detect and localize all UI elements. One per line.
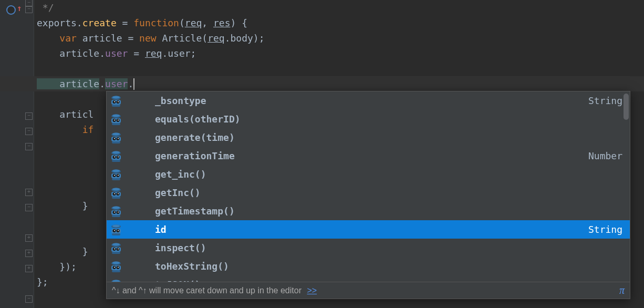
autocomplete-item-type: String — [588, 95, 622, 106]
comment-text: */ — [37, 2, 54, 13]
autocomplete-popup: _bsontypeStringequals(otherID)generate(t… — [106, 91, 630, 299]
autocomplete-item[interactable]: generate(time) — [107, 128, 630, 147]
autocomplete-item-label: get_inc() — [155, 169, 622, 180]
fold-icon[interactable] — [25, 6, 33, 13]
spy-icon — [110, 260, 122, 273]
autocomplete-item-label: generationTime — [155, 150, 588, 161]
autocomplete-item[interactable]: _bsontypeString — [107, 91, 630, 110]
param-token: req — [207, 33, 225, 44]
autocomplete-item[interactable]: toHexString() — [107, 257, 630, 275]
autocomplete-item-label: generate(time) — [155, 132, 622, 143]
autocomplete-item-label: getInc() — [155, 187, 622, 198]
code-token: ) { — [231, 17, 248, 28]
fold-icon[interactable] — [25, 295, 33, 303]
autocomplete-item[interactable]: inspect() — [107, 239, 630, 257]
spy-icon — [110, 150, 122, 162]
autocomplete-item[interactable]: equals(otherID) — [107, 110, 630, 128]
editor-gutter: ↑ — [0, 0, 34, 308]
autocomplete-list[interactable]: _bsontypeStringequals(otherID)generate(t… — [107, 91, 630, 282]
code-token: . — [77, 17, 82, 28]
autocomplete-item-label: _bsontype — [155, 95, 588, 106]
keyword-token: var — [37, 33, 77, 44]
code-token: Article( — [157, 33, 208, 44]
autocomplete-item[interactable]: toJSON() — [107, 275, 630, 282]
autocomplete-item-label: id — [155, 224, 588, 235]
code-token: .user; — [162, 48, 196, 59]
code-token: = — [128, 48, 145, 59]
spy-icon — [110, 223, 122, 236]
param-token: req — [185, 17, 202, 28]
param-token: req — [145, 48, 162, 59]
code-token: , — [202, 17, 213, 28]
keyword-token: if — [37, 124, 94, 135]
override-marker-icon[interactable] — [6, 5, 16, 15]
hint-text: ^↓ and ^↑ will move caret down and up in… — [112, 286, 304, 295]
keyword-token: function — [133, 17, 179, 28]
autocomplete-hint: ^↓ and ^↑ will move caret down and up in… — [107, 282, 630, 299]
code-token: }; — [37, 276, 48, 288]
text-cursor — [133, 78, 134, 90]
spy-icon — [110, 187, 122, 199]
up-arrow-icon[interactable]: ↑ — [17, 3, 22, 13]
autocomplete-item-label: toJSON() — [155, 279, 622, 282]
code-token: } — [37, 200, 88, 211]
code-token: create — [82, 17, 117, 28]
autocomplete-item-label: equals(otherID) — [155, 114, 622, 125]
spy-icon — [110, 168, 122, 181]
fold-expand-icon[interactable] — [25, 265, 33, 272]
spy-icon — [110, 113, 122, 126]
code-token: } — [37, 246, 88, 257]
autocomplete-item-label: inspect() — [155, 242, 622, 253]
code-token: articl — [37, 109, 94, 120]
fold-icon[interactable] — [25, 128, 33, 135]
autocomplete-item[interactable]: getInc() — [107, 183, 630, 202]
param-token: res — [213, 17, 231, 28]
fold-icon[interactable] — [25, 112, 33, 120]
pi-icon[interactable]: π — [619, 284, 625, 296]
fold-expand-icon[interactable] — [25, 189, 33, 196]
code-token: }); — [37, 261, 77, 272]
autocomplete-item-type: Number — [588, 150, 622, 161]
autocomplete-item[interactable]: getTimestamp() — [107, 202, 630, 220]
autocomplete-item-label: getTimestamp() — [155, 206, 622, 217]
hint-link[interactable]: >> — [307, 286, 317, 295]
autocomplete-item-label: toHexString() — [155, 261, 622, 272]
code-token: exports — [37, 17, 77, 28]
code-token: article = — [77, 33, 139, 44]
spy-icon — [110, 95, 122, 107]
spy-icon — [110, 205, 122, 218]
code-token: .body); — [225, 33, 265, 44]
code-token: article — [37, 78, 99, 89]
property-token: user — [105, 48, 128, 59]
code-token: = — [117, 17, 134, 28]
spy-icon — [110, 279, 122, 282]
code-token: ( — [179, 17, 185, 28]
code-token: . — [128, 78, 133, 89]
fold-expand-icon[interactable] — [25, 234, 33, 242]
fold-icon[interactable] — [25, 143, 33, 150]
spy-icon — [110, 242, 122, 254]
autocomplete-item[interactable]: generationTimeNumber — [107, 147, 630, 165]
autocomplete-item[interactable]: idString — [107, 220, 630, 239]
fold-icon[interactable] — [25, 204, 33, 211]
scrollbar[interactable] — [624, 94, 629, 120]
code-token: article. — [37, 48, 105, 59]
keyword-token: new — [139, 33, 157, 44]
autocomplete-item-type: String — [588, 224, 622, 235]
spy-icon — [110, 131, 122, 144]
code-token: . — [99, 78, 105, 89]
autocomplete-item[interactable]: get_inc() — [107, 165, 630, 183]
property-token: user — [105, 78, 128, 89]
fold-expand-icon[interactable] — [25, 250, 33, 257]
